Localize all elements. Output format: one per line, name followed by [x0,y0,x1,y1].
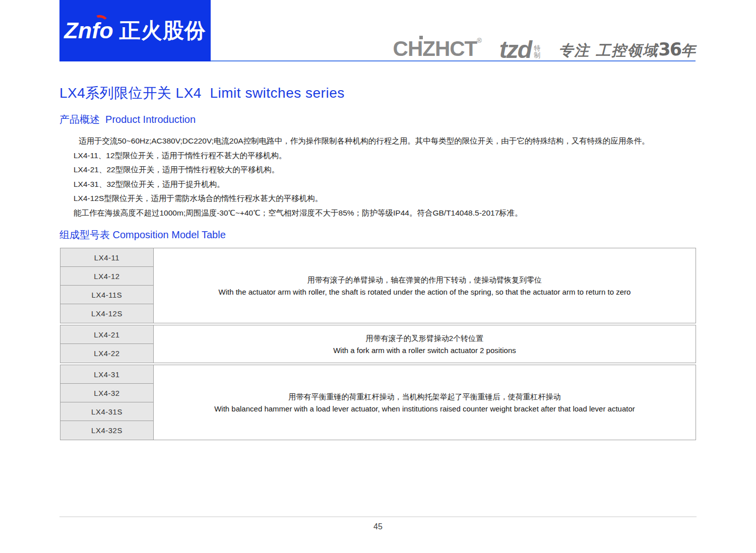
page-title: LX4系列限位开关 LX4 Limit switches series [59,84,345,103]
description-en: With balanced hammer with a load lever a… [214,403,635,414]
intro-line: 能工作在海拔高度不超过1000m;周围温度-30℃~+40℃；空气相对湿度不大于… [59,206,710,221]
tzd-subscript-top: 特 [534,45,540,52]
company-name: 正火股份 [119,17,206,45]
section-heading-composition-table: 组成型号表 Composition Model Table [59,228,226,242]
footer-divider [59,516,697,517]
header-divider [211,60,696,61]
slogan-years-number: 36 [658,39,681,59]
model-cell-lx4-31s: LX4-31S [60,402,154,421]
intro-line: LX4-31、32型限位开关，适用于提升机构。 [59,177,710,192]
model-cell-lx4-32: LX4-32 [60,384,154,402]
description-zh: 用带有平衡重锤的荷重杠杆操动，当机构托架举起了平衡重锤后，使荷重杠杆操动 [289,391,561,402]
chzhct-logo: CHZHCT® [393,38,481,59]
description-cell: 用带有滚子的叉形臂操动2个转位置 With a fork arm with a … [154,325,696,363]
model-cell-lx4-12: LX4-12 [60,267,154,286]
model-cell-lx4-11s: LX4-11S [60,286,154,304]
intro-paragraph: 适用于交流50~60Hz;AC380V;DC220V;电流20A控制电路中，作为… [59,134,710,221]
table-group-fork-arm: LX4-21 LX4-22 用带有滚子的叉形臂操动2个转位置 With a fo… [60,325,696,363]
intro-line: LX4-12S型限位开关，适用于需防水场合的惰性行程水甚大的平移机构。 [59,191,710,206]
description-en: With the actuator arm with roller, the s… [219,286,631,298]
description-en: With a fork arm with a roller switch act… [333,344,516,356]
tzd-logo: tzd 特 制 [499,39,540,60]
model-cell-lx4-11: LX4-11 [60,248,154,267]
model-cell-lx4-22: LX4-22 [60,344,154,363]
catalog-page: Znfo 正火股份 CHZHCT® tzd 特 制 专注 工控领域36年 LX4… [0,0,756,553]
model-cell-lx4-21: LX4-21 [60,325,154,344]
model-cell-lx4-12s: LX4-12S [60,304,154,323]
model-cell-lx4-31: LX4-31 [60,365,154,384]
intro-line: 适用于交流50~60Hz;AC380V;DC220V;电流20A控制电路中，作为… [59,134,710,149]
chzhct-logo-part1: CH [393,37,423,60]
tzd-logo-text: tzd [499,39,531,60]
tzd-subscript: 特 制 [534,45,540,59]
intro-line: LX4-21、22型限位开关，适用于惰性行程较大的平移机构。 [59,163,710,177]
brand-logo: Znfo [64,18,113,44]
chzhct-logo-part2: HCT [435,37,477,60]
page-number: 45 [0,522,756,531]
description-zh: 用带有滚子的叉形臂操动2个转位置 [366,332,483,344]
header-partner-logos: CHZHCT® tzd 特 制 专注 工控领域36年 [393,29,697,60]
header-banner: Znfo 正火股份 [59,0,211,61]
chzhct-logo-z: Z [422,37,435,60]
slogan-prefix: 专注 工控领域 [558,42,658,59]
model-cell-lx4-32s: LX4-32S [60,421,154,440]
description-cell: 用带有平衡重锤的荷重杠杆操动，当机构托架举起了平衡重锤后，使荷重杠杆操动 Wit… [154,365,696,440]
table-group-load-lever: LX4-31 LX4-32 LX4-31S LX4-32S 用带有平衡重锤的荷重… [60,365,696,440]
section-heading-product-introduction: 产品概述 Product Introduction [59,113,196,126]
composition-table: LX4-11 LX4-12 LX4-11S LX4-12S 用带有滚子的单臂操动… [60,248,696,440]
registered-trademark-mark: ® [477,37,481,44]
slogan-suffix: 年 [681,42,697,59]
description-cell: 用带有滚子的单臂操动，轴在弹簧的作用下转动，使操动臂恢复到零位 With the… [154,248,696,323]
header-slogan: 专注 工控领域36年 [558,41,697,58]
table-group-single-arm: LX4-11 LX4-12 LX4-11S LX4-12S 用带有滚子的单臂操动… [60,248,696,323]
description-zh: 用带有滚子的单臂操动，轴在弹簧的作用下转动，使操动臂恢复到零位 [307,274,542,286]
intro-line: LX4-11、12型限位开关，适用于惰性行程不甚大的平移机构。 [59,149,710,163]
tzd-subscript-bottom: 制 [534,52,540,59]
